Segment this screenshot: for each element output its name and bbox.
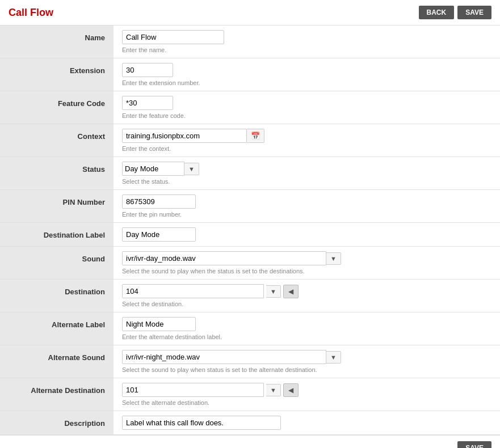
feature-code-hint: Enter the feature code. <box>122 112 491 119</box>
destination-hint: Select the destination. <box>122 301 491 307</box>
cell-destination: 104 ▼ ◀ Select the destination. <box>114 280 500 312</box>
alternate-sound-select[interactable]: ivr/ivr-night_mode.wav <box>122 350 326 364</box>
context-input[interactable] <box>122 129 247 143</box>
save-button-bottom[interactable]: SAVE <box>457 441 491 448</box>
label-context: Context <box>0 124 114 157</box>
extension-hint: Enter the extension number. <box>122 79 491 86</box>
label-name: Name <box>0 26 114 58</box>
destination-label-input[interactable] <box>122 227 196 242</box>
row-extension: Extension Enter the extension number. <box>0 58 500 91</box>
alternate-sound-select-wrapper: ivr/ivr-night_mode.wav ▼ <box>122 350 491 364</box>
name-input[interactable] <box>122 30 224 44</box>
context-wrapper: 📅 <box>122 129 491 143</box>
cell-description <box>114 411 500 435</box>
context-picker-button[interactable]: 📅 <box>247 129 264 143</box>
row-name: Name Enter the name. <box>0 26 500 58</box>
sound-select-arrow[interactable]: ▼ <box>326 252 341 265</box>
label-description: Description <box>0 411 114 435</box>
cell-status: Day Mode Night Mode ▼ Select the status. <box>114 157 500 190</box>
back-button[interactable]: BACK <box>419 6 455 19</box>
name-hint: Enter the name. <box>122 47 491 53</box>
row-sound: Sound ivr/ivr-day_mode.wav ▼ Select the … <box>0 247 500 280</box>
row-pin-number: PIN Number Enter the pin number. <box>0 190 500 223</box>
cell-sound: ivr/ivr-day_mode.wav ▼ Select the sound … <box>114 247 500 280</box>
cell-context: 📅 Enter the context. <box>114 124 500 157</box>
cell-alternate-destination: 101 ▼ ◀ Select the alternate destination… <box>114 378 500 411</box>
sound-select-wrapper: ivr/ivr-day_mode.wav ▼ <box>122 251 491 265</box>
destination-select-arrow[interactable]: ▼ <box>266 285 281 298</box>
row-destination: Destination 104 ▼ ◀ Select the destinati… <box>0 280 500 312</box>
alternate-destination-wrapper: 101 ▼ ◀ <box>122 383 491 397</box>
alternate-label-input[interactable] <box>122 317 196 331</box>
cell-pin-number: Enter the pin number. <box>114 190 500 223</box>
sound-hint: Select the sound to play when the status… <box>122 268 491 274</box>
alternate-destination-nav-button[interactable]: ◀ <box>283 383 299 397</box>
label-feature-code: Feature Code <box>0 91 114 124</box>
alternate-destination-hint: Select the alternate destination. <box>122 399 491 406</box>
label-alternate-sound: Alternate Sound <box>0 345 114 378</box>
row-description: Description <box>0 411 500 435</box>
alternate-sound-hint: Select the sound to play when status is … <box>122 366 491 373</box>
cell-alternate-label: Enter the alternate destination label. <box>114 312 500 345</box>
alternate-sound-select-arrow[interactable]: ▼ <box>326 351 341 364</box>
cell-destination-label <box>114 223 500 247</box>
destination-nav-button[interactable]: ◀ <box>283 285 299 298</box>
label-pin-number: PIN Number <box>0 190 114 223</box>
page-footer: SAVE <box>0 435 500 448</box>
alternate-destination-select[interactable]: 101 <box>122 383 264 397</box>
row-status: Status Day Mode Night Mode ▼ Select the … <box>0 157 500 190</box>
label-destination: Destination <box>0 280 114 312</box>
cell-name: Enter the name. <box>114 26 500 58</box>
alternate-label-hint: Enter the alternate destination label. <box>122 333 491 340</box>
description-input[interactable] <box>122 416 281 430</box>
label-status: Status <box>0 157 114 190</box>
status-select-arrow[interactable]: ▼ <box>184 163 199 175</box>
cell-feature-code: Enter the feature code. <box>114 91 500 124</box>
row-destination-label: Destination Label <box>0 223 500 247</box>
pin-number-input[interactable] <box>122 195 196 209</box>
destination-wrapper: 104 ▼ ◀ <box>122 284 491 298</box>
feature-code-input[interactable] <box>122 96 173 110</box>
status-hint: Select the status. <box>122 178 491 185</box>
row-feature-code: Feature Code Enter the feature code. <box>0 91 500 124</box>
label-extension: Extension <box>0 58 114 91</box>
form-table: Name Enter the name. Extension Enter the… <box>0 26 500 435</box>
cell-extension: Enter the extension number. <box>114 58 500 91</box>
save-button-top[interactable]: SAVE <box>457 6 491 19</box>
cell-alternate-sound: ivr/ivr-night_mode.wav ▼ Select the soun… <box>114 345 500 378</box>
row-alternate-destination: Alternate Destination 101 ▼ ◀ Select the… <box>0 378 500 411</box>
label-alternate-destination: Alternate Destination <box>0 378 114 411</box>
destination-select[interactable]: 104 <box>122 284 264 298</box>
context-hint: Enter the context. <box>122 145 491 152</box>
header-buttons: BACK SAVE <box>419 6 491 19</box>
label-alternate-label: Alternate Label <box>0 312 114 345</box>
row-alternate-label: Alternate Label Enter the alternate dest… <box>0 312 500 345</box>
status-select-wrapper: Day Mode Night Mode ▼ <box>122 162 491 176</box>
label-destination-label: Destination Label <box>0 223 114 247</box>
status-select[interactable]: Day Mode Night Mode <box>122 162 184 176</box>
pin-number-hint: Enter the pin number. <box>122 211 491 218</box>
page-header: Call Flow BACK SAVE <box>0 0 500 26</box>
alternate-destination-select-arrow[interactable]: ▼ <box>266 384 281 396</box>
extension-input[interactable] <box>122 63 173 77</box>
page-title: Call Flow <box>9 7 53 19</box>
sound-select[interactable]: ivr/ivr-day_mode.wav <box>122 251 326 265</box>
row-context: Context 📅 Enter the context. <box>0 124 500 157</box>
row-alternate-sound: Alternate Sound ivr/ivr-night_mode.wav ▼… <box>0 345 500 378</box>
label-sound: Sound <box>0 247 114 280</box>
